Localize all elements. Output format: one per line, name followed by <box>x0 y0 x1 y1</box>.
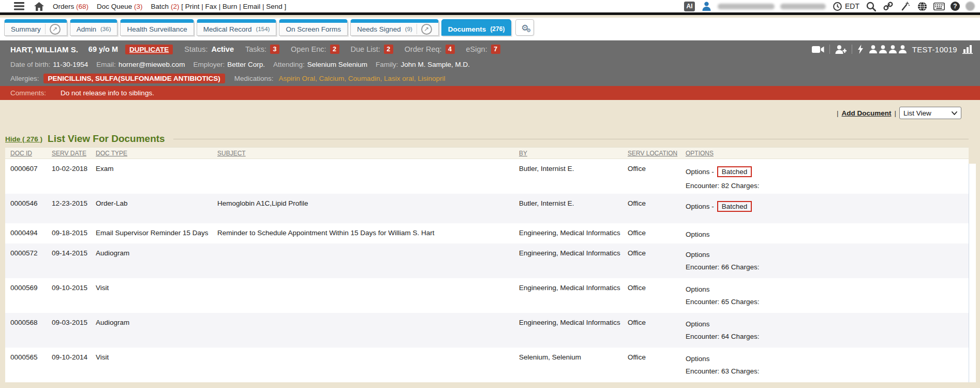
subject-value <box>212 313 514 348</box>
popup-window-icon[interactable]: ↗ <box>50 24 61 35</box>
order-req-label: Order Req: <box>405 45 442 53</box>
table-scrollbar[interactable] <box>969 164 976 382</box>
popup-window-icon[interactable]: ↗ <box>421 24 432 35</box>
user-icon[interactable] <box>701 1 712 11</box>
divider <box>829 45 830 54</box>
table-body: 0000607 10-02-2018 Exam Butler, Internis… <box>5 159 969 382</box>
page-title: List View For Documents <box>48 133 165 145</box>
doc-id-value[interactable]: 0000568 <box>5 313 47 348</box>
gear-small-icon: ⚙ <box>526 27 531 33</box>
tasks-count-badge[interactable]: 3 <box>270 45 279 54</box>
attending-value: Selenium Selenium <box>307 61 367 68</box>
documents-table: DOC ID SERV DATE DOC TYPE SUBJECT BY SER… <box>5 147 969 382</box>
tab-label: On Screen Forms <box>286 25 341 33</box>
chevron-down-icon <box>952 111 957 115</box>
doc-id-value[interactable]: 0000494 <box>5 223 47 243</box>
column-header-by[interactable]: BY <box>514 150 622 157</box>
family-label: Family: <box>376 61 398 68</box>
by-value: Engineering, Medical Informatics <box>514 243 622 278</box>
tab-settings-button[interactable]: ⚙ ⚙ <box>515 19 534 36</box>
duplicate-flag[interactable]: DUPLICATE <box>125 45 173 54</box>
home-icon[interactable] <box>33 1 44 11</box>
magic-wand-icon[interactable] <box>899 1 911 11</box>
doc-id-value[interactable]: 0000569 <box>5 278 47 313</box>
order-req-count-badge[interactable]: 4 <box>446 45 455 54</box>
subject-value: Reminder to Schedule Appointment Within … <box>212 223 514 243</box>
video-camera-icon[interactable] <box>812 46 824 53</box>
lightning-bolt-icon[interactable] <box>857 45 864 54</box>
keyboard-icon[interactable] <box>933 1 945 11</box>
link-icon[interactable] <box>882 1 894 11</box>
esign-count-badge[interactable]: 7 <box>491 45 500 54</box>
options-link[interactable]: Options <box>686 355 710 363</box>
patient-tools: TEST-10019 <box>812 45 973 54</box>
menu-batch[interactable]: Batch (2) [ Print | Fax | Burn | Email |… <box>151 3 287 10</box>
serv-location-value: Office <box>622 348 680 382</box>
tab-needs-signed[interactable]: Needs Signed (9) ↗ <box>350 19 439 36</box>
help-icon[interactable]: ? <box>951 2 960 11</box>
documents-panel: Hide ( 276 ) List View For Documents DOC… <box>5 131 969 388</box>
open-enc-count-badge[interactable]: 2 <box>330 45 339 54</box>
serv-location-value: Office <box>622 313 680 348</box>
tab-medical-record[interactable]: Medical Record (154) <box>197 19 277 36</box>
doc-id-value[interactable]: 0000572 <box>5 243 47 278</box>
batch-actions[interactable]: [ Print | Fax | Burn | Email | Send ] <box>181 3 286 10</box>
hide-link[interactable]: Hide ( 276 ) <box>5 135 42 143</box>
options-link[interactable]: Options <box>686 251 710 258</box>
allergy-badge[interactable]: PENICILLINS, SULFA(SULFONAMIDE ANTIBIOTI… <box>43 74 225 83</box>
patient-summary-row: HART, WILLIAM S. 69 y/o M DUPLICATE Stat… <box>0 40 980 58</box>
tab-on-screen-forms[interactable]: On Screen Forms <box>279 19 348 36</box>
view-select-dropdown[interactable]: List View <box>899 107 961 119</box>
hamburger-menu-icon[interactable] <box>13 1 25 11</box>
column-header-doc-id[interactable]: DOC ID <box>5 150 47 157</box>
table-row: 0000568 09-03-2015 Audiogram Engineering… <box>5 313 969 348</box>
avatar[interactable] <box>966 2 975 11</box>
bar-chart-icon[interactable] <box>962 45 973 54</box>
due-list-count-badge[interactable]: 2 <box>384 45 393 54</box>
tab-admin[interactable]: Admin (36) <box>70 19 118 36</box>
globe-icon[interactable] <box>916 1 928 11</box>
dob-label: Date of birth: <box>10 61 50 68</box>
ai-badge[interactable]: AI <box>684 2 695 11</box>
app-window: Orders (68) Doc Queue (3) Batch (2) [ Pr… <box>0 0 980 388</box>
options-cell: Options Encounter: 64 Charges: <box>680 313 969 348</box>
table-row: 0000546 12-23-2015 Order-Lab Hemoglobin … <box>5 194 969 223</box>
timezone-group[interactable]: EDT <box>831 1 859 11</box>
menu-doc-queue[interactable]: Doc Queue (3) <box>97 3 143 10</box>
menu-orders[interactable]: Orders (68) <box>53 3 88 10</box>
medications-list[interactable]: Aspirin Oral, Calcium, Coumadin, Lasix o… <box>279 75 446 82</box>
options-link[interactable]: Options <box>686 320 710 328</box>
subject-value <box>212 159 514 194</box>
column-header-serv-location[interactable]: SERV LOCATION <box>622 150 680 157</box>
add-document-link[interactable]: Add Document <box>841 109 891 117</box>
tab-label: Needs Signed <box>357 25 401 33</box>
options-link[interactable]: Options <box>686 231 710 238</box>
tab-documents[interactable]: Documents (276) <box>441 19 512 36</box>
pipe-separator: | <box>894 109 896 117</box>
serv-location-value: Office <box>622 278 680 313</box>
doc-id-value[interactable]: 0000607 <box>5 159 47 194</box>
documents-toolbar: | Add Document | List View <box>837 107 961 119</box>
care-team-icons[interactable] <box>869 45 907 53</box>
attending-pair: Attending:Selenium Selenium <box>273 61 367 68</box>
table-row: 0000565 09-10-2014 Visit Selenium, Selen… <box>5 348 969 382</box>
column-header-subject[interactable]: SUBJECT <box>212 150 514 157</box>
add-person-icon[interactable] <box>835 45 847 54</box>
column-header-doc-type[interactable]: DOC TYPE <box>91 150 212 157</box>
doc-id-value[interactable]: 0000565 <box>5 348 47 382</box>
menu-doc-queue-count: (3) <box>134 3 143 10</box>
pipe-separator: | <box>837 109 839 117</box>
options-link[interactable]: Options - <box>686 203 714 210</box>
tab-summary[interactable]: Summary ↗ <box>4 19 67 36</box>
due-list-label: Due List: <box>351 45 380 53</box>
column-header-options[interactable]: OPTIONS <box>680 150 969 157</box>
column-header-serv-date[interactable]: SERV DATE <box>47 150 91 157</box>
tab-count: (36) <box>100 26 111 32</box>
options-link[interactable]: Options - <box>686 168 714 176</box>
employer-pair: Employer:Better Corp. <box>193 61 265 68</box>
tab-health-surveillance[interactable]: Health Surveillance <box>120 19 194 36</box>
redacted-user-role <box>780 4 826 9</box>
search-icon[interactable] <box>865 1 877 11</box>
doc-id-value[interactable]: 0000546 <box>5 194 47 223</box>
options-link[interactable]: Options <box>686 285 710 293</box>
